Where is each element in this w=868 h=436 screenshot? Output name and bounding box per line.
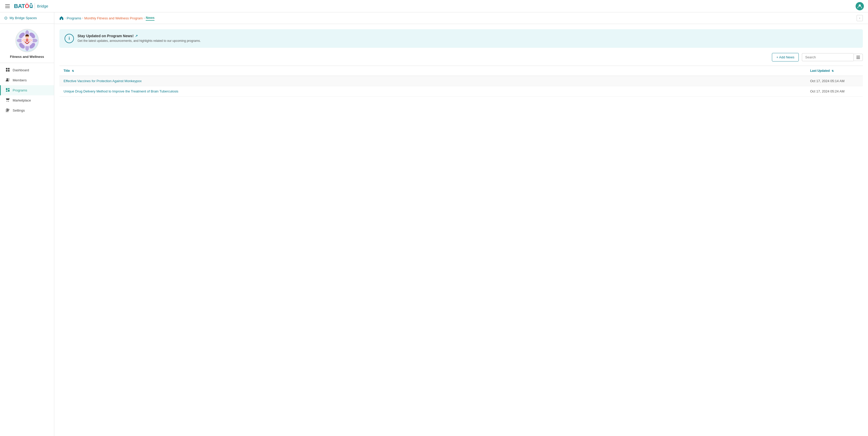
sidebar-item-programs[interactable]: Programs	[0, 85, 54, 95]
news-table: Title ⇅ Last Updated ⇅ Effective Vaccine…	[59, 66, 863, 97]
info-banner: i Stay Updated on Program News! ↗ Get th…	[59, 29, 863, 48]
members-label: Members	[13, 78, 27, 82]
info-icon: i	[65, 34, 74, 43]
breadcrumb-sep-1: ›	[65, 16, 66, 20]
sidebar-item-members[interactable]: Members	[0, 75, 54, 85]
space-profile: Fitness and Wellness	[0, 24, 54, 63]
app-title: Bridge	[37, 4, 48, 8]
search-area	[802, 53, 863, 61]
dashboard-label: Dashboard	[13, 68, 29, 72]
space-avatar	[16, 29, 39, 52]
bridge-spaces-label: My Bridge Spaces	[9, 16, 37, 20]
external-link-icon: ↗	[135, 34, 138, 38]
sidebar-item-dashboard[interactable]: Dashboard	[0, 65, 54, 75]
top-nav: BATÖǔ Bridge	[0, 0, 868, 12]
svg-rect-30	[857, 58, 860, 59]
marketplace-label: Marketplace	[13, 98, 31, 102]
svg-rect-28	[857, 56, 860, 56]
news-date-cell: Oct 17, 2024 05:24 AM	[806, 86, 863, 97]
breadcrumb-sep-2: ›	[82, 16, 83, 20]
svg-rect-22	[8, 88, 9, 89]
logo-divider	[35, 3, 35, 9]
my-bridge-spaces-header[interactable]: ⊙ My Bridge Spaces	[0, 12, 54, 24]
programs-icon	[5, 88, 10, 93]
svg-point-19	[6, 78, 8, 80]
collapse-panel-button[interactable]: ‹	[857, 15, 863, 21]
breadcrumb: › Programs › Monthly Fitness and Wellnes…	[54, 12, 868, 24]
search-input[interactable]	[802, 53, 854, 61]
space-name: Fitness and Wellness	[10, 55, 44, 59]
settings-icon	[5, 108, 10, 113]
svg-rect-21	[6, 88, 7, 90]
news-title-cell: Unique Drug Delivery Method to Improve t…	[59, 86, 806, 97]
marketplace-icon	[5, 98, 10, 103]
news-title-link[interactable]: Effective Vaccines for Protection Agains…	[64, 79, 142, 83]
info-banner-description: Get the latest updates, announcements, a…	[78, 39, 201, 42]
svg-point-27	[7, 110, 8, 111]
programs-label: Programs	[13, 88, 27, 92]
svg-rect-17	[6, 70, 7, 71]
breadcrumb-current: News	[146, 16, 154, 21]
svg-rect-24	[6, 91, 7, 92]
user-avatar[interactable]	[856, 2, 864, 10]
hamburger-menu[interactable]	[4, 3, 11, 9]
svg-point-26	[8, 101, 9, 102]
breadcrumb-programs[interactable]: Programs	[67, 16, 81, 20]
date-sort-icon: ⇅	[832, 69, 834, 72]
svg-point-20	[8, 79, 9, 80]
settings-label: Settings	[13, 108, 25, 112]
breadcrumb-program-name[interactable]: Monthly Fitness and Wellness Program	[84, 16, 143, 20]
main-layout: ⊙ My Bridge Spaces	[0, 12, 868, 436]
sidebar: ⊙ My Bridge Spaces	[0, 12, 54, 436]
dashboard-icon	[5, 68, 10, 72]
page-content: i Stay Updated on Program News! ↗ Get th…	[54, 24, 868, 436]
svg-point-13	[24, 41, 25, 42]
breadcrumb-home[interactable]	[59, 16, 64, 20]
sidebar-item-settings[interactable]: Settings	[0, 105, 54, 116]
bridge-spaces-icon: ⊙	[4, 15, 7, 21]
svg-rect-23	[8, 90, 9, 92]
svg-point-25	[7, 101, 7, 102]
members-icon	[5, 78, 10, 83]
info-banner-title: Stay Updated on Program News! ↗	[78, 34, 201, 38]
svg-rect-18	[8, 70, 9, 71]
news-date-cell: Oct 17, 2024 05:14 AM	[806, 76, 863, 86]
col-header-last-updated[interactable]: Last Updated ⇅	[806, 66, 863, 76]
table-row: Effective Vaccines for Protection Agains…	[59, 76, 863, 86]
news-toolbar: + Add News	[59, 53, 863, 61]
news-title-cell: Effective Vaccines for Protection Agains…	[59, 76, 806, 86]
svg-rect-29	[857, 57, 860, 58]
news-title-link[interactable]: Unique Drug Delivery Method to Improve t…	[64, 89, 178, 93]
svg-point-14	[29, 41, 30, 42]
add-news-button[interactable]: + Add News	[772, 53, 799, 61]
logo-accent: Ö	[25, 3, 29, 9]
table-row: Unique Drug Delivery Method to Improve t…	[59, 86, 863, 97]
svg-rect-15	[6, 68, 7, 69]
sidebar-nav: Dashboard Members	[0, 63, 54, 436]
content-area: › Programs › Monthly Fitness and Wellnes…	[54, 12, 868, 436]
svg-rect-12	[26, 39, 28, 42]
breadcrumb-sep-3: ›	[144, 16, 145, 20]
logo-text: BATÖǔ	[14, 3, 33, 9]
col-header-title[interactable]: Title ⇅	[59, 66, 806, 76]
info-banner-content: Stay Updated on Program News! ↗ Get the …	[78, 34, 201, 42]
logo-area: BATÖǔ Bridge	[14, 3, 48, 9]
list-view-button[interactable]	[854, 54, 863, 61]
svg-rect-16	[8, 68, 9, 69]
sidebar-item-marketplace[interactable]: Marketplace	[0, 95, 54, 105]
title-sort-icon: ⇅	[72, 69, 74, 72]
